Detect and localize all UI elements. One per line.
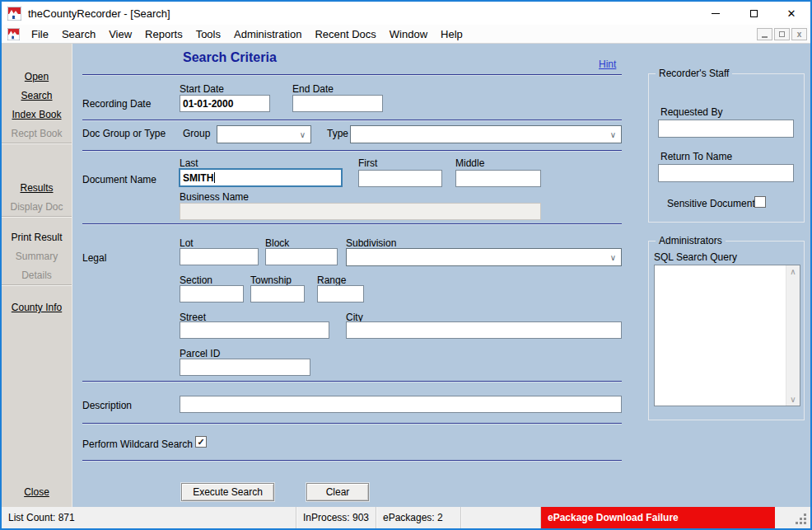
maximize-icon (750, 10, 758, 17)
first-name-input[interactable] (358, 170, 442, 187)
sidebar-divider (2, 284, 72, 286)
chevron-down-icon: ∨ (300, 130, 306, 139)
minimize-button[interactable] (697, 2, 735, 25)
sidebar-item-index-book[interactable]: Index Book (2, 109, 72, 120)
separator (82, 120, 622, 121)
minimize-icon (712, 13, 720, 14)
text-cursor (214, 172, 215, 183)
title-bar: theCountyRecorder - [Search] ✕ (2, 2, 810, 25)
sidebar-item-details: Details (2, 270, 72, 281)
sidebar-item-close[interactable]: Close (2, 486, 72, 498)
maximize-button[interactable] (735, 2, 772, 25)
block-input[interactable] (265, 248, 338, 265)
city-input[interactable] (346, 321, 622, 339)
chevron-down-icon: ∨ (610, 253, 616, 262)
section-label: Section (180, 274, 212, 286)
sidebar-divider (2, 216, 72, 218)
menu-window[interactable]: Window (383, 26, 434, 42)
range-input[interactable] (317, 285, 364, 303)
sql-scrollbar[interactable]: ∧ ∨ (786, 265, 800, 406)
menu-search[interactable]: Search (55, 26, 102, 42)
mdi-close-icon: x (797, 30, 802, 39)
status-spacer (461, 507, 541, 528)
app-icon (7, 7, 21, 21)
start-date-input[interactable] (180, 95, 270, 112)
window-title: theCountyRecorder - [Search] (28, 7, 170, 20)
sidebar-item-open[interactable]: Open (2, 71, 72, 82)
recorders-staff-title: Recorder's Staff (656, 68, 732, 79)
lot-input[interactable] (180, 248, 259, 265)
legal-label: Legal (82, 252, 106, 264)
requested-by-label: Requested By (660, 106, 722, 118)
status-alert-badge: ePackage Download Failure (541, 507, 775, 528)
clear-button[interactable]: Clear (306, 483, 369, 501)
status-in-process: InProcess: 903 (296, 507, 376, 528)
sidebar: Open Search Index Book Recpt Book Result… (2, 44, 72, 507)
menu-recent-docs[interactable]: Recent Docs (308, 26, 382, 42)
wildcard-label: Perform Wildcard Search (82, 439, 193, 450)
sidebar-item-print-result[interactable]: Print Result (2, 232, 72, 243)
parcel-id-input[interactable] (180, 359, 310, 376)
sidebar-item-search[interactable]: Search (2, 90, 72, 101)
sidebar-item-recpt-book: Recpt Book (2, 128, 72, 139)
status-list-count: List Count: 871 (2, 507, 296, 528)
scroll-down-icon: ∨ (790, 395, 796, 404)
group-label: Group (183, 128, 210, 139)
group-select[interactable]: ∨ (217, 125, 311, 143)
mdi-minimize-button[interactable] (757, 28, 772, 40)
range-label: Range (317, 274, 346, 286)
page-title: Search Criteria (183, 50, 277, 65)
execute-search-button[interactable]: Execute Search (181, 483, 274, 501)
lot-label: Lot (180, 237, 194, 249)
check-icon: ✓ (197, 437, 204, 448)
menu-tools[interactable]: Tools (189, 26, 227, 42)
resize-grip[interactable] (804, 522, 806, 524)
document-name-label: Document Name (82, 174, 156, 185)
first-name-label: First (358, 157, 377, 169)
hint-link[interactable]: Hint (599, 59, 616, 70)
menu-help[interactable]: Help (434, 26, 469, 42)
menu-view[interactable]: View (102, 26, 138, 42)
street-input[interactable] (180, 321, 329, 339)
middle-name-label: Middle (455, 157, 484, 169)
last-name-input[interactable]: SMITH (179, 168, 343, 187)
mdi-minimize-icon (762, 36, 768, 38)
scroll-up-icon: ∧ (790, 267, 796, 276)
separator (82, 223, 622, 225)
subdivision-select[interactable]: ∨ (346, 248, 622, 266)
last-name-label: Last (180, 157, 198, 169)
sql-search-query-textarea[interactable]: ∧ ∨ (654, 265, 800, 406)
recorders-staff-group: Recorder's Staff Requested By Return To … (648, 73, 805, 223)
mdi-close-button[interactable]: x (791, 28, 807, 40)
end-date-input[interactable] (292, 95, 383, 112)
sidebar-item-county-info[interactable]: County Info (2, 302, 72, 313)
sidebar-item-display-doc: Display Doc (2, 201, 72, 213)
separator (82, 460, 622, 462)
separator (82, 381, 622, 382)
type-select[interactable]: ∨ (350, 125, 622, 143)
mdi-restore-button[interactable] (774, 28, 790, 40)
recording-date-label: Recording Date (82, 98, 151, 110)
return-to-name-input[interactable] (658, 164, 794, 182)
sensitive-document-label: Sensitive Document (667, 198, 755, 209)
menu-administration[interactable]: Administration (227, 26, 308, 42)
sensitive-document-checkbox[interactable] (754, 196, 766, 208)
menu-reports[interactable]: Reports (138, 26, 189, 42)
menu-bar: File Search View Reports Tools Administr… (2, 25, 810, 44)
separator (82, 423, 622, 424)
township-input[interactable] (250, 285, 305, 303)
sidebar-item-results[interactable]: Results (2, 182, 72, 194)
middle-name-input[interactable] (455, 170, 541, 187)
requested-by-input[interactable] (658, 120, 794, 138)
status-bar: List Count: 871 InProcess: 903 ePackages… (2, 507, 810, 528)
mdi-app-icon (7, 28, 20, 40)
description-input[interactable] (180, 396, 622, 413)
business-name-label: Business Name (180, 191, 249, 203)
wildcard-checkbox[interactable]: ✓ (195, 436, 207, 448)
menu-file[interactable]: File (25, 26, 55, 42)
close-button[interactable]: ✕ (772, 2, 810, 25)
section-input[interactable] (180, 285, 244, 303)
end-date-label: End Date (292, 83, 334, 95)
administrators-group: Administrators SQL Search Query ∧ ∨ (648, 241, 805, 420)
status-epackages: ePackages: 2 (376, 507, 461, 528)
